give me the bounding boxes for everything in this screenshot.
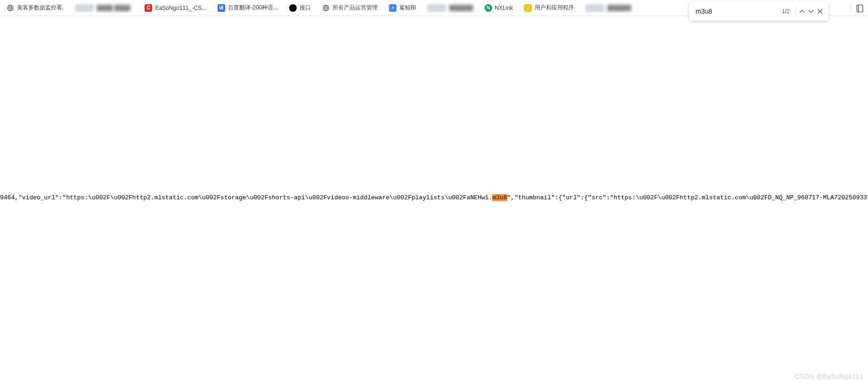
find-in-page-bar: 1/2 xyxy=(689,2,828,21)
bookmark-favicon: ☺ xyxy=(524,4,532,12)
bookmark-label: 接口 xyxy=(300,4,311,12)
bookmark-label: 百度翻译-200种语... xyxy=(228,4,278,12)
find-highlight: m3u8 xyxy=(492,194,507,201)
bookmark-favicon xyxy=(7,4,14,12)
bookmarks-sidebar-icon[interactable] xyxy=(856,4,865,13)
bookmark-item-4[interactable]: 接口 xyxy=(286,2,314,14)
bookmark-item-5[interactable]: 所有产品运营管理 xyxy=(319,2,381,14)
bookmark-label: ████ ████.. xyxy=(97,5,133,11)
bookmark-favicon xyxy=(75,4,94,12)
find-prev-button[interactable] xyxy=(797,5,806,18)
content-before-match: 9464,"video_url":"https:\u002F\u002Fhttp… xyxy=(0,194,492,201)
bookmark-item-1[interactable]: ████ ████.. xyxy=(72,2,136,14)
find-match-count: 1/2 xyxy=(782,8,790,15)
bookmark-favicon xyxy=(322,4,330,12)
toolbar-separator xyxy=(851,4,851,13)
find-close-button[interactable] xyxy=(816,5,825,18)
bookmark-label: 美客多数据监控看. xyxy=(17,4,64,12)
bookmark-item-2[interactable]: CEaSoNgo111_-CS... xyxy=(142,2,209,14)
bookmark-favicon: 译 xyxy=(218,4,225,12)
bookmark-favicon: ≡ xyxy=(389,4,397,12)
chevron-up-icon xyxy=(798,7,806,16)
bookmark-favicon: N xyxy=(485,4,492,12)
bookmark-favicon xyxy=(289,4,297,12)
close-icon xyxy=(816,7,824,16)
bookmark-label: ██████ xyxy=(607,5,631,11)
chevron-down-icon xyxy=(807,7,815,16)
page-raw-text: 9464,"video_url":"https:\u002F\u002Fhttp… xyxy=(0,194,868,201)
bookmark-label: 用户和应用程序 xyxy=(535,4,574,12)
bookmark-item-0[interactable]: 美客多数据监控看. xyxy=(4,2,66,14)
bookmark-favicon xyxy=(585,4,604,12)
bookmark-label: 所有产品运营管理 xyxy=(333,4,378,12)
bookmark-item-8[interactable]: NNXLink xyxy=(482,2,516,14)
bookmark-item-9[interactable]: ☺用户和应用程序 xyxy=(521,2,577,14)
bookmark-item-6[interactable]: ≡鲨鲸BI xyxy=(386,2,419,14)
find-input[interactable] xyxy=(696,8,778,15)
bookmark-label: EaSoNgo111_-CS... xyxy=(155,5,206,11)
watermark: CSDN @EaSoNgo111 xyxy=(795,373,863,380)
find-separator xyxy=(795,6,796,16)
bookmark-label: ██████ xyxy=(449,5,473,11)
bookmark-label: NXLink xyxy=(495,5,513,11)
bookmark-item-3[interactable]: 译百度翻译-200种语... xyxy=(215,2,281,14)
find-next-button[interactable] xyxy=(807,5,816,18)
toolbar-right xyxy=(851,4,868,13)
bookmark-item-10[interactable]: ██████ xyxy=(583,2,634,14)
bookmark-favicon xyxy=(427,4,446,12)
content-after-match: ","thumbnail":{"url":{"src":"https:\u002… xyxy=(507,194,868,201)
bookmark-item-7[interactable]: ██████ xyxy=(424,2,476,14)
bookmark-label: 鲨鲸BI xyxy=(399,4,416,12)
bookmark-favicon: C xyxy=(145,4,152,12)
